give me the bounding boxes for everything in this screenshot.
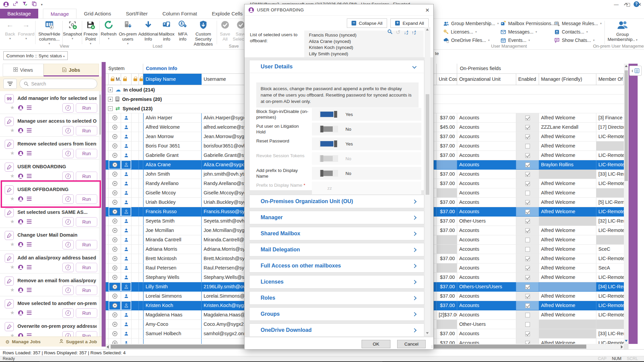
member-of-cell[interactable] xyxy=(596,188,624,197)
enabled-checkbox[interactable] xyxy=(525,285,530,289)
column-header-lock-m[interactable]: M. xyxy=(109,74,121,85)
display-name-cell[interactable]: Alvin Harper xyxy=(143,113,202,122)
enabled-cell[interactable] xyxy=(516,245,539,254)
enabled-checkbox[interactable] xyxy=(525,209,530,214)
unit-cost-cell[interactable]: $37.00 xyxy=(437,292,457,301)
manager-cell[interactable] xyxy=(539,217,596,226)
group-header-system[interactable]: System xyxy=(106,64,143,73)
favorite-star-icon[interactable]: ★ xyxy=(10,264,14,270)
display-name-cell[interactable]: Jean Morrow xyxy=(143,132,202,141)
enabled-cell[interactable] xyxy=(516,273,539,282)
row-selector-cell[interactable] xyxy=(109,113,121,122)
unit-cost-cell[interactable]: $37.00 xyxy=(437,151,457,160)
radio-icon[interactable] xyxy=(112,162,117,167)
column-header-organizational-unit[interactable]: Organizational Unit xyxy=(457,74,516,85)
details-list-icon[interactable] xyxy=(27,174,32,178)
column-header-enabled[interactable]: Enabled xyxy=(516,74,539,85)
tab-views[interactable]: Views xyxy=(3,64,44,76)
radio-icon[interactable] xyxy=(112,312,117,317)
member-of-cell[interactable]: [32] LIC-Rem xyxy=(596,217,624,226)
user-details-header[interactable]: User Details xyxy=(250,60,424,73)
resize-grip[interactable] xyxy=(429,345,433,349)
unit-cost-cell[interactable]: $37.00 xyxy=(437,254,457,263)
scope-icon[interactable] xyxy=(18,333,23,337)
organizational-unit-cell[interactable]: Accounts xyxy=(457,301,516,310)
column-header-manager[interactable]: Manager (Friendly) xyxy=(539,74,596,85)
run-button[interactable]: Run xyxy=(76,217,97,227)
enabled-checkbox[interactable] xyxy=(525,191,530,195)
organizational-unit-cell[interactable]: Accounts xyxy=(457,198,516,207)
section-licenses[interactable]: Licenses xyxy=(249,275,424,289)
sort-ascending-icon[interactable]: ↓AZ xyxy=(404,30,408,35)
unit-cost-cell[interactable]: $37.00 xyxy=(437,132,457,141)
member-of-cell[interactable]: SecA xyxy=(596,263,624,273)
enabled-cell[interactable] xyxy=(516,301,539,310)
manager-cell[interactable]: Alfred Welcome xyxy=(539,198,596,207)
job-info-button[interactable]: i xyxy=(62,172,74,181)
favorite-star-icon[interactable]: ★ xyxy=(10,127,14,133)
row-selector-cell[interactable] xyxy=(109,310,121,319)
organizational-unit-cell[interactable]: Accounts xyxy=(457,235,516,244)
copy-icon[interactable] xyxy=(32,1,37,8)
display-name-cell[interactable]: Raul Petersen xyxy=(143,263,202,273)
organizational-unit-cell[interactable]: Accounts xyxy=(457,170,516,179)
unit-cost-cell[interactable]: $45.00 xyxy=(437,123,457,132)
display-name-cell[interactable]: Adriana Morris xyxy=(143,245,202,254)
display-name-cell[interactable]: Lilly Smith xyxy=(143,282,202,291)
enabled-checkbox[interactable] xyxy=(525,219,530,224)
member-of-cell[interactable] xyxy=(596,235,624,244)
radio-icon[interactable] xyxy=(112,256,117,261)
scope-icon[interactable] xyxy=(18,265,23,270)
manager-cell[interactable]: Braylon Rollins xyxy=(539,160,596,169)
organizational-unit-cell[interactable]: Accounts xyxy=(457,273,516,282)
display-name-cell[interactable]: Gabrielle Grant xyxy=(143,151,202,160)
manager-cell[interactable]: Alfred Welcome xyxy=(539,141,596,150)
enabled-checkbox[interactable] xyxy=(525,256,530,261)
view-selector-dropdown[interactable]: Common Info :: Sync status ▴ xyxy=(3,51,68,60)
organizational-unit-cell[interactable]: Accounts xyxy=(457,141,516,150)
enabled-cell[interactable] xyxy=(516,170,539,179)
prefix-input[interactable]: zz xyxy=(327,186,332,191)
enabled-checkbox[interactable] xyxy=(525,247,530,252)
export-icon[interactable] xyxy=(13,1,18,8)
row-selector-cell[interactable] xyxy=(109,282,121,291)
member-of-cell[interactable]: LIC-Remote_F xyxy=(596,179,624,188)
organizational-unit-cell[interactable]: Accounts xyxy=(457,339,516,344)
enabled-cell[interactable] xyxy=(516,235,539,244)
collapsed-right-panel[interactable] xyxy=(629,64,638,344)
unit-cost-cell[interactable] xyxy=(437,188,457,197)
quick-access-caret-icon[interactable]: ▾ xyxy=(41,3,43,6)
organizational-unit-cell[interactable]: Accounts xyxy=(457,263,516,273)
organizational-unit-cell[interactable]: Accounts xyxy=(457,245,516,254)
row-selector-cell[interactable] xyxy=(109,132,121,141)
run-button[interactable]: Run xyxy=(76,263,97,272)
display-name-cell[interactable]: Magdalena Haas xyxy=(143,310,202,319)
organizational-unit-cell[interactable]: Other-Users xyxy=(457,217,516,226)
unit-cost-cell[interactable]: [2]$37.00;$ xyxy=(437,310,457,319)
dialog-scroll-down-icon[interactable] xyxy=(426,332,429,334)
details-list-icon[interactable] xyxy=(27,242,32,246)
job-info-button[interactable]: i xyxy=(62,103,74,113)
unit-cost-cell[interactable] xyxy=(437,320,457,329)
details-list-icon[interactable] xyxy=(27,334,32,337)
manager-cell[interactable]: Alfred Welcome xyxy=(539,263,596,273)
display-name-cell[interactable]: Amy-Coco xyxy=(143,320,202,329)
filter-check-icon[interactable] xyxy=(22,1,28,8)
member-of-cell[interactable]: LIC-Remote_F xyxy=(596,151,624,160)
row-selector-cell[interactable] xyxy=(109,179,121,188)
section-groups[interactable]: Groups xyxy=(249,307,424,321)
enabled-checkbox[interactable] xyxy=(525,331,530,336)
column-header-lock-3[interactable]: : xyxy=(131,74,139,85)
radio-icon[interactable] xyxy=(112,265,117,270)
unit-cost-cell[interactable]: $37.00 xyxy=(437,282,457,291)
organizational-unit-cell[interactable]: Accounts xyxy=(457,207,516,216)
enabled-checkbox[interactable] xyxy=(525,322,530,327)
member-of-cell[interactable]: LIC-Remote_F xyxy=(596,254,624,263)
details-list-icon[interactable] xyxy=(27,288,32,292)
run-button[interactable]: Run xyxy=(76,149,97,158)
run-button[interactable]: Run xyxy=(76,286,97,295)
group-header-onprem-fields[interactable]: On-Premises fields xyxy=(457,64,624,73)
unit-cost-cell[interactable]: $37.00 xyxy=(437,329,457,338)
enabled-checkbox[interactable] xyxy=(525,238,530,242)
sort-descending-icon[interactable]: ↑AZ xyxy=(412,30,416,35)
